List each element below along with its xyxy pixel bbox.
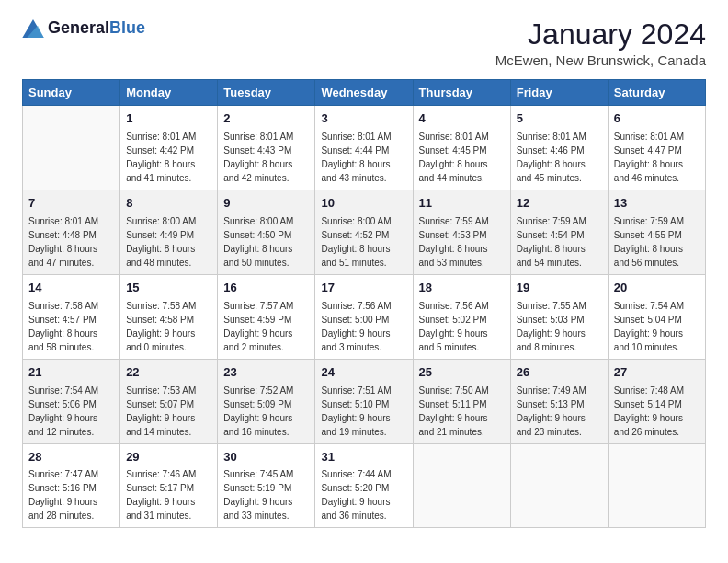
day-number: 1 <box>126 110 211 128</box>
day-cell: 3Sunrise: 8:01 AMSunset: 4:44 PMDaylight… <box>315 106 413 190</box>
day-cell: 21Sunrise: 7:54 AMSunset: 5:06 PMDayligh… <box>23 359 120 443</box>
day-number: 18 <box>419 280 505 297</box>
day-cell <box>608 443 705 528</box>
day-number: 23 <box>223 364 309 382</box>
day-number: 30 <box>223 449 309 466</box>
calendar-title: January 2024 <box>495 18 706 51</box>
day-detail: Sunrise: 8:00 AMSunset: 4:50 PMDaylight:… <box>223 214 309 270</box>
day-number: 10 <box>321 195 406 213</box>
header-cell-saturday: Saturday <box>608 80 705 106</box>
calendar-title-area: January 2024 McEwen, New Brunswick, Cana… <box>495 18 706 68</box>
calendar-body: 1Sunrise: 8:01 AMSunset: 4:42 PMDaylight… <box>23 106 706 528</box>
day-detail: Sunrise: 8:01 AMSunset: 4:46 PMDaylight:… <box>517 130 602 185</box>
day-detail: Sunrise: 7:58 AMSunset: 4:57 PMDaylight:… <box>28 299 114 354</box>
day-detail: Sunrise: 8:01 AMSunset: 4:43 PMDaylight:… <box>223 130 309 185</box>
header-cell-wednesday: Wednesday <box>315 80 413 106</box>
day-detail: Sunrise: 7:53 AMSunset: 5:07 PMDaylight:… <box>126 384 211 439</box>
day-cell: 19Sunrise: 7:55 AMSunset: 5:03 PMDayligh… <box>510 274 608 359</box>
day-detail: Sunrise: 7:59 AMSunset: 4:53 PMDaylight:… <box>419 214 505 270</box>
day-number: 15 <box>126 280 211 297</box>
day-cell: 6Sunrise: 8:01 AMSunset: 4:47 PMDaylight… <box>608 106 705 190</box>
day-number: 28 <box>28 449 114 466</box>
week-row-3: 21Sunrise: 7:54 AMSunset: 5:06 PMDayligh… <box>23 359 706 443</box>
day-cell: 11Sunrise: 7:59 AMSunset: 4:53 PMDayligh… <box>413 190 510 275</box>
day-number: 26 <box>517 364 602 382</box>
day-detail: Sunrise: 7:47 AMSunset: 5:16 PMDaylight:… <box>28 467 114 523</box>
day-number: 6 <box>614 110 700 128</box>
day-cell: 24Sunrise: 7:51 AMSunset: 5:10 PMDayligh… <box>315 359 413 443</box>
day-cell: 13Sunrise: 7:59 AMSunset: 4:55 PMDayligh… <box>608 190 705 275</box>
day-number: 29 <box>126 449 211 466</box>
day-number: 25 <box>419 364 505 382</box>
day-number: 31 <box>321 449 406 466</box>
day-cell: 25Sunrise: 7:50 AMSunset: 5:11 PMDayligh… <box>413 359 510 443</box>
day-detail: Sunrise: 7:56 AMSunset: 5:00 PMDaylight:… <box>321 299 406 354</box>
day-detail: Sunrise: 7:59 AMSunset: 4:55 PMDaylight:… <box>614 214 700 270</box>
day-cell: 4Sunrise: 8:01 AMSunset: 4:45 PMDaylight… <box>413 106 510 190</box>
day-number: 21 <box>28 364 114 382</box>
day-cell: 17Sunrise: 7:56 AMSunset: 5:00 PMDayligh… <box>315 274 413 359</box>
day-number: 7 <box>28 195 114 213</box>
day-detail: Sunrise: 8:01 AMSunset: 4:45 PMDaylight:… <box>419 130 505 185</box>
header-cell-sunday: Sunday <box>23 80 120 106</box>
day-cell: 2Sunrise: 8:01 AMSunset: 4:43 PMDaylight… <box>218 106 315 190</box>
day-detail: Sunrise: 7:50 AMSunset: 5:11 PMDaylight:… <box>419 384 505 439</box>
day-detail: Sunrise: 7:48 AMSunset: 5:14 PMDaylight:… <box>614 384 700 439</box>
day-detail: Sunrise: 7:49 AMSunset: 5:13 PMDaylight:… <box>517 384 602 439</box>
day-number: 22 <box>126 364 211 382</box>
day-cell: 7Sunrise: 8:01 AMSunset: 4:48 PMDaylight… <box>23 190 120 275</box>
day-cell: 12Sunrise: 7:59 AMSunset: 4:54 PMDayligh… <box>510 190 608 275</box>
calendar-table: SundayMondayTuesdayWednesdayThursdayFrid… <box>22 79 706 528</box>
day-cell: 22Sunrise: 7:53 AMSunset: 5:07 PMDayligh… <box>120 359 218 443</box>
day-number: 3 <box>321 110 406 128</box>
day-detail: Sunrise: 8:01 AMSunset: 4:47 PMDaylight:… <box>614 130 700 185</box>
day-cell: 30Sunrise: 7:45 AMSunset: 5:19 PMDayligh… <box>218 443 315 528</box>
day-cell: 15Sunrise: 7:58 AMSunset: 4:58 PMDayligh… <box>120 274 218 359</box>
day-detail: Sunrise: 7:54 AMSunset: 5:06 PMDaylight:… <box>28 384 114 439</box>
day-cell <box>510 443 608 528</box>
day-cell <box>413 443 510 528</box>
day-detail: Sunrise: 7:59 AMSunset: 4:54 PMDaylight:… <box>517 214 602 270</box>
day-number: 13 <box>614 195 700 213</box>
day-cell: 18Sunrise: 7:56 AMSunset: 5:02 PMDayligh… <box>413 274 510 359</box>
week-row-2: 14Sunrise: 7:58 AMSunset: 4:57 PMDayligh… <box>23 274 706 359</box>
day-number: 9 <box>223 195 309 213</box>
day-cell: 10Sunrise: 8:00 AMSunset: 4:52 PMDayligh… <box>315 190 413 275</box>
calendar-subtitle: McEwen, New Brunswick, Canada <box>495 52 706 68</box>
header-cell-friday: Friday <box>510 80 608 106</box>
day-detail: Sunrise: 8:00 AMSunset: 4:52 PMDaylight:… <box>321 214 406 270</box>
day-cell <box>23 106 120 190</box>
day-number: 2 <box>223 110 309 128</box>
logo: GeneralBlue <box>22 18 145 38</box>
day-cell: 9Sunrise: 8:00 AMSunset: 4:50 PMDaylight… <box>218 190 315 275</box>
header-row: SundayMondayTuesdayWednesdayThursdayFrid… <box>23 80 706 106</box>
day-detail: Sunrise: 7:51 AMSunset: 5:10 PMDaylight:… <box>321 384 406 439</box>
calendar-header: SundayMondayTuesdayWednesdayThursdayFrid… <box>23 80 706 106</box>
day-detail: Sunrise: 8:00 AMSunset: 4:49 PMDaylight:… <box>126 214 211 270</box>
day-number: 14 <box>28 280 114 297</box>
day-cell: 31Sunrise: 7:44 AMSunset: 5:20 PMDayligh… <box>315 443 413 528</box>
day-cell: 28Sunrise: 7:47 AMSunset: 5:16 PMDayligh… <box>23 443 120 528</box>
day-cell: 1Sunrise: 8:01 AMSunset: 4:42 PMDaylight… <box>120 106 218 190</box>
day-number: 24 <box>321 364 406 382</box>
day-cell: 14Sunrise: 7:58 AMSunset: 4:57 PMDayligh… <box>23 274 120 359</box>
day-detail: Sunrise: 8:01 AMSunset: 4:42 PMDaylight:… <box>126 130 211 185</box>
day-detail: Sunrise: 7:56 AMSunset: 5:02 PMDaylight:… <box>419 299 505 354</box>
day-number: 5 <box>517 110 602 128</box>
day-detail: Sunrise: 8:01 AMSunset: 4:44 PMDaylight:… <box>321 130 406 185</box>
week-row-4: 28Sunrise: 7:47 AMSunset: 5:16 PMDayligh… <box>23 443 706 528</box>
day-cell: 20Sunrise: 7:54 AMSunset: 5:04 PMDayligh… <box>608 274 705 359</box>
header-cell-tuesday: Tuesday <box>218 80 315 106</box>
day-number: 4 <box>419 110 505 128</box>
day-number: 12 <box>517 195 602 213</box>
day-detail: Sunrise: 8:01 AMSunset: 4:48 PMDaylight:… <box>28 214 114 270</box>
week-row-1: 7Sunrise: 8:01 AMSunset: 4:48 PMDaylight… <box>23 190 706 275</box>
day-cell: 29Sunrise: 7:46 AMSunset: 5:17 PMDayligh… <box>120 443 218 528</box>
header-cell-thursday: Thursday <box>413 80 510 106</box>
day-number: 19 <box>517 280 602 297</box>
day-detail: Sunrise: 7:58 AMSunset: 4:58 PMDaylight:… <box>126 299 211 354</box>
day-detail: Sunrise: 7:45 AMSunset: 5:19 PMDaylight:… <box>223 467 309 523</box>
day-number: 27 <box>614 364 700 382</box>
day-number: 17 <box>321 280 406 297</box>
day-cell: 16Sunrise: 7:57 AMSunset: 4:59 PMDayligh… <box>218 274 315 359</box>
